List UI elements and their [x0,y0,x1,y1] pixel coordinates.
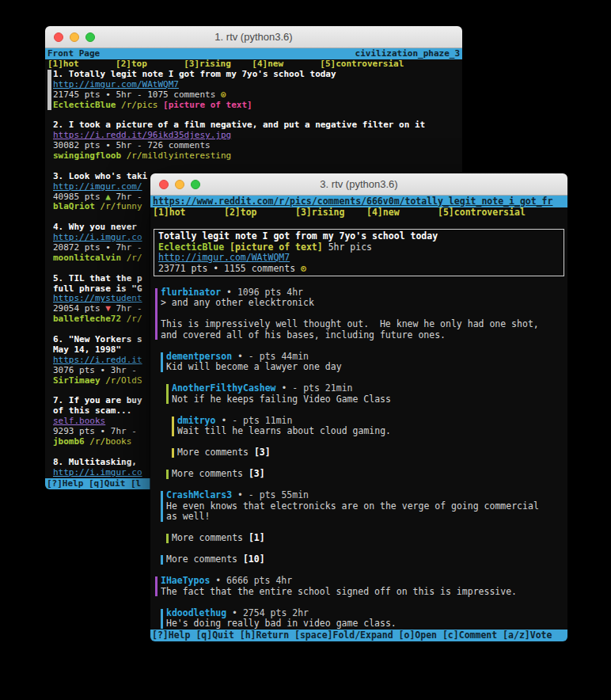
post-points: 29054 pts [53,304,105,314]
sort-tabs[interactable]: [1]hot [2]top [3]rising [4]new [5]contro… [45,59,462,70]
comment-meta: • - pts 55min [232,490,309,500]
comment-body-line: Wait till he learns about cloud gaming. [177,426,567,437]
status-bar: [?]Help [q]Quit [h]Return [space]Fold/Ex… [150,630,567,641]
post-subreddit[interactable]: /r/mildlyinteresting [121,151,231,161]
more-comments-link[interactable]: More comments [10] [161,554,567,565]
more-comments-label[interactable]: More comments [177,447,254,458]
close-button-icon[interactable] [159,180,169,189]
post-subreddit[interactable]: /r/funny [95,202,142,211]
window-controls [54,26,95,48]
more-comments-link[interactable]: More comments [3] [166,469,567,480]
more-comments-label[interactable]: More comments [166,554,243,565]
comment-author[interactable]: dementperson [166,352,232,362]
zoom-button-icon[interactable] [191,180,200,189]
window-title: 3. rtv (python3.6) [320,178,397,190]
logged-in-username: civilization_phaze_3 [355,48,460,59]
minimize-button-icon[interactable] [70,32,79,42]
post-row-1[interactable]: 1. Totally legit note I got from my 7yo'… [47,70,462,111]
more-comments-count: [1] [249,533,265,543]
post-subreddit[interactable]: /r/OldS [101,376,142,386]
comment-meta: • 2754 pts 2hr [226,608,309,618]
post-points: 9293 pts [53,427,101,436]
comment-body-line: and covered all of his bases, including … [161,330,567,341]
submission-meta: 5hr pics [323,242,372,253]
post-subreddit[interactable]: /r/ [121,253,142,263]
more-comments-count: [3] [254,447,271,458]
post-meta: 3hr - [105,366,142,375]
title-bar[interactable]: 3. rtv (python3.6) [150,173,567,196]
comment-body-line: Not if he keeps failing Video Game Class [172,394,567,405]
post-author[interactable]: ballefleche72 [53,314,121,324]
post-link[interactable]: self.books [53,417,105,426]
comment-anotherfilthycashew[interactable]: AnotherFilthyCashew • - pts 21min Not if… [166,383,567,405]
post-author[interactable]: moonlitcalvin [53,253,121,263]
gilded-icon: ⊙ [221,90,226,100]
post-author[interactable]: blaQriot [53,202,95,211]
terminal-content[interactable]: https://www.reddit.com/r/pics/comments/6… [150,196,567,641]
minimize-button-icon[interactable] [175,180,184,189]
post-meta: 7hr - [111,304,142,314]
post-subreddit[interactable]: /r/ [121,314,142,324]
title-bar[interactable]: 1. rtv (python3.6) [45,26,462,48]
comment-author[interactable]: IHaeTypos [161,576,210,586]
more-comments-label[interactable]: More comments [172,469,249,479]
downvote-arrow-icon: ▼ [105,304,111,314]
comment-author[interactable]: dmitryo [177,416,215,426]
zoom-button-icon[interactable] [85,32,95,42]
comment-meta: • - pts 44min [232,352,309,362]
comment-author[interactable]: kdoodlethug [166,608,226,618]
post-points: 20872 pts [53,243,105,253]
comment-author[interactable]: AnotherFilthyCashew [172,383,276,394]
post-subreddit[interactable]: /r/pics [116,101,163,110]
post-meta: 5hr - 726 comments [111,141,211,150]
post-link[interactable]: http://i.imgur.co [53,233,142,242]
comment-author[interactable]: CrashMclars3 [166,490,232,500]
submission-box[interactable]: Totally legit note I got from my 7yo's s… [154,229,564,276]
post-link[interactable]: http://i.imgur.co [53,468,142,477]
selection-cursor [47,70,51,111]
post-points: 3076 pts [53,366,101,375]
post-link[interactable]: https://mystudent [53,294,142,303]
more-comments-count: [3] [249,469,265,479]
post-link[interactable]: http://imgur.com/WAtWQM7 [53,80,179,89]
post-author[interactable]: EclecticBlue [53,101,116,110]
comment-ihaetypos[interactable]: IHaeTypos • 6666 pts 4hr The fact that t… [155,576,567,597]
comment-kdoodlethug[interactable]: kdoodlethug • 2754 pts 2hr He's doing re… [161,608,567,630]
post-author[interactable]: swingingfloob [53,151,121,161]
more-comments-link[interactable]: More comments [3] [172,447,567,458]
more-comments-label[interactable]: More comments [172,533,249,543]
comment-flurbinator[interactable]: flurbinator • 1096 pts 4hr > and any oth… [155,287,567,341]
comment-body-line [161,309,567,320]
post-link[interactable]: http://imgur.com/ [53,182,142,192]
comment-body-line: He even knows that electronicks are on t… [166,501,567,512]
comment-body-line: He's doing really bad in video game clas… [166,618,567,630]
more-comments-link[interactable]: More comments [1] [166,533,567,544]
post-points: 40985 pts [53,192,105,202]
submission-title: Totally legit note I got from my 7yo's s… [158,231,560,242]
upvote-arrow-icon: ▲ [105,192,111,202]
vote-indicator: • [105,90,111,100]
terminal-window-comments[interactable]: 3. rtv (python3.6) https://www.reddit.co… [150,173,567,641]
comment-dmitryo[interactable]: dmitryo • - pts 11min Wait till he learn… [172,416,567,437]
post-title[interactable]: 2. I took a picture of a film negative, … [53,120,462,131]
comment-crashmclars3[interactable]: CrashMclars3 • - pts 55min He even knows… [161,490,567,523]
post-author[interactable]: SirTimaey [53,376,101,386]
post-row-2[interactable]: 2. I took a picture of a film negative, … [47,120,462,162]
comment-meta: • 6666 pts 4hr [210,576,292,586]
submission-url[interactable]: https://www.reddit.com/r/pics/comments/6… [150,196,552,207]
comment-dementperson[interactable]: dementperson • - pts 44min Kid will beco… [161,352,567,373]
post-link[interactable]: https://i.redd.it/96ikd35djesy.jpg [53,131,231,140]
submission-author[interactable]: EclecticBlue [158,242,224,253]
submission-link[interactable]: http://imgur.com/WAtWQM7 [158,253,290,263]
post-link[interactable]: https://i.redd.it [53,356,142,365]
window-controls [159,173,200,195]
post-meta: 7hr - [105,427,142,436]
post-meta: 7hr - [111,243,147,253]
sort-tabs[interactable]: [1]hot [2]top [3]rising [4]new [5]contro… [150,207,567,219]
close-button-icon[interactable] [54,32,63,42]
comment-author[interactable]: flurbinator [161,287,221,298]
post-subreddit[interactable]: /r/books [85,437,132,447]
post-author[interactable]: jbomb6 [53,437,85,447]
post-points: 21745 pts [53,90,105,100]
post-title[interactable]: 1. Totally legit note I got from my 7yo'… [53,70,462,80]
